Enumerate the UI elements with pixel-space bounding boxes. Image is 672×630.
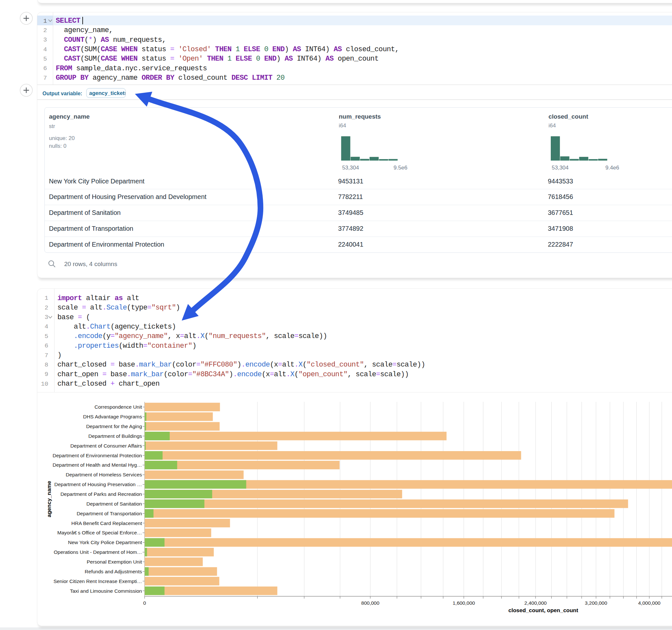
svg-text:Taxi and Limousine Commission: Taxi and Limousine Commission	[70, 588, 142, 594]
svg-text:nulls: 0: nulls: 0	[49, 143, 67, 149]
svg-text:Mayorâ€ s Office of Special En: Mayorâ€ s Office of Special Enforce…	[57, 530, 142, 535]
svg-text:New York City Police Departmen: New York City Police Department	[68, 539, 142, 545]
svg-text:6: 6	[44, 65, 47, 72]
svg-text:SELECT: SELECT	[56, 17, 84, 25]
svg-text:CAST(SUM(CASE WHEN status = 'C: CAST(SUM(CASE WHEN status = 'Closed' THE…	[56, 45, 399, 53]
svg-text:20 rows, 4 columns: 20 rows, 4 columns	[64, 261, 117, 267]
svg-text:10: 10	[41, 381, 48, 388]
svg-text:3749485: 3749485	[338, 209, 363, 216]
svg-text:9: 9	[45, 371, 48, 378]
svg-text:Personal Exemption Unit: Personal Exemption Unit	[87, 559, 142, 564]
svg-text:7618456: 7618456	[548, 193, 573, 200]
svg-text:i64: i64	[549, 122, 556, 129]
svg-text:7: 7	[45, 352, 48, 359]
svg-text:1,600,000: 1,600,000	[453, 600, 475, 606]
svg-text:Department of Transportation: Department of Transportation	[76, 511, 142, 516]
svg-text:6: 6	[45, 342, 48, 349]
svg-text:agency_name: agency_name	[49, 113, 90, 120]
svg-text:New York City Police Departmen: New York City Police Department	[49, 177, 145, 185]
svg-text:4,000,000: 4,000,000	[638, 600, 661, 606]
svg-text:DHS Advantage Programs: DHS Advantage Programs	[83, 414, 142, 419]
svg-text:Department of Environmental Pr: Department of Environmental Protection	[52, 453, 142, 458]
svg-text:3774892: 3774892	[338, 225, 363, 232]
svg-text:5: 5	[44, 55, 47, 63]
svg-text:agency_name: agency_name	[46, 481, 52, 517]
svg-text:i64: i64	[339, 122, 346, 129]
svg-text:3: 3	[44, 36, 47, 43]
svg-text:0: 0	[143, 600, 146, 606]
svg-text:4: 4	[45, 323, 48, 330]
svg-text:closed_count: closed_count	[549, 113, 589, 120]
svg-text:5: 5	[45, 333, 48, 340]
svg-text:800,000: 800,000	[361, 600, 379, 606]
svg-text:7782211: 7782211	[338, 193, 363, 200]
svg-text:Output variable:: Output variable:	[43, 91, 82, 96]
svg-text:scale = alt.Scale(type="sqrt"): scale = alt.Scale(type="sqrt")	[57, 304, 180, 312]
svg-text:Department of Health and Menta: Department of Health and Mental Hyg…	[52, 462, 142, 468]
svg-text:3677651: 3677651	[548, 209, 573, 216]
svg-text:Senior Citizen Rent Increase E: Senior Citizen Rent Increase Exempti…	[53, 579, 142, 584]
svg-text:Department of Parks and Recrea: Department of Parks and Recreation	[60, 491, 142, 497]
svg-text:Department of Homeless Service: Department of Homeless Services	[66, 472, 142, 477]
svg-text:Department of Transportation: Department of Transportation	[49, 225, 133, 232]
svg-text:CAST(SUM(CASE WHEN status = 'O: CAST(SUM(CASE WHEN status = 'Open' THEN …	[56, 55, 379, 63]
svg-text:Department of Sanitation: Department of Sanitation	[87, 501, 142, 507]
svg-text:9453131: 9453131	[338, 177, 363, 185]
svg-text:2: 2	[45, 304, 48, 311]
svg-text:.properties(width="container"): .properties(width="container")	[57, 342, 196, 350]
svg-text:Department of Environmental Pr: Department of Environmental Protection	[49, 241, 164, 248]
svg-text:3: 3	[45, 314, 48, 321]
svg-text:3,200,000: 3,200,000	[585, 600, 607, 606]
svg-text:Department of Housing Preserva: Department of Housing Preservation and D…	[49, 193, 207, 200]
svg-text:9443533: 9443533	[548, 177, 573, 185]
svg-text:unique: 20: unique: 20	[49, 135, 75, 141]
svg-text:base = (: base = (	[57, 313, 90, 321]
svg-text:8: 8	[45, 361, 48, 368]
svg-text:import altair as alt: import altair as alt	[57, 294, 139, 302]
svg-text:4: 4	[44, 46, 47, 53]
svg-text:Department of Buildings: Department of Buildings	[89, 433, 142, 439]
svg-text:chart_closed + chart_open: chart_closed + chart_open	[57, 380, 160, 388]
svg-text:Correspondence Unit: Correspondence Unit	[95, 404, 142, 410]
svg-text:chart_open = base.mark_bar(col: chart_open = base.mark_bar(color="#8BC34…	[57, 370, 409, 379]
svg-text:9.5e6: 9.5e6	[393, 165, 407, 171]
svg-text:2222847: 2222847	[548, 241, 573, 248]
svg-text:Department of Consumer Affairs: Department of Consumer Affairs	[70, 443, 142, 449]
svg-text:.encode(y="agency_name", x=alt: .encode(y="agency_name", x=alt.X("num_re…	[57, 332, 327, 340]
svg-text:num_requests: num_requests	[339, 113, 381, 120]
svg-text:2240041: 2240041	[338, 241, 363, 248]
svg-text:53,304: 53,304	[552, 165, 569, 171]
svg-text:Refunds and Adjustments: Refunds and Adjustments	[85, 569, 142, 574]
svg-text:53,304: 53,304	[342, 165, 359, 171]
svg-text:2: 2	[44, 27, 47, 34]
svg-text:COUNT(*) AS num_requests,: COUNT(*) AS num_requests,	[56, 36, 166, 44]
svg-text:3471908: 3471908	[548, 225, 573, 232]
svg-text:9.4e6: 9.4e6	[605, 165, 619, 171]
svg-text:1: 1	[45, 295, 48, 302]
svg-text:alt.Chart(agency_tickets): alt.Chart(agency_tickets)	[57, 323, 176, 331]
svg-text:GROUP BY agency_name ORDER BY: GROUP BY agency_name ORDER BY closed_cou…	[56, 74, 285, 82]
svg-text:): )	[57, 351, 62, 359]
svg-text:str: str	[49, 123, 55, 129]
svg-text:closed_count, open_count: closed_count, open_count	[508, 607, 578, 613]
svg-text:7: 7	[44, 75, 47, 82]
svg-text:Department of Housing Preserva: Department of Housing Preservation …	[54, 482, 142, 487]
svg-text:HRA Benefit Card Replacement: HRA Benefit Card Replacement	[71, 520, 142, 526]
svg-text:Operations Unit - Department o: Operations Unit - Department of Hom…	[54, 549, 142, 555]
svg-text:FROM sample_data.nyc.service_r: FROM sample_data.nyc.service_requests	[56, 65, 207, 73]
svg-text:Department for the Aging: Department for the Aging	[86, 423, 142, 429]
svg-text:chart_closed = base.mark_bar(c: chart_closed = base.mark_bar(color="#FFC…	[57, 361, 425, 369]
svg-text:Department of Sanitation: Department of Sanitation	[49, 209, 121, 216]
svg-text:1: 1	[44, 18, 47, 25]
svg-text:agency_name,: agency_name,	[56, 26, 113, 34]
svg-text:2,400,000: 2,400,000	[525, 600, 547, 606]
